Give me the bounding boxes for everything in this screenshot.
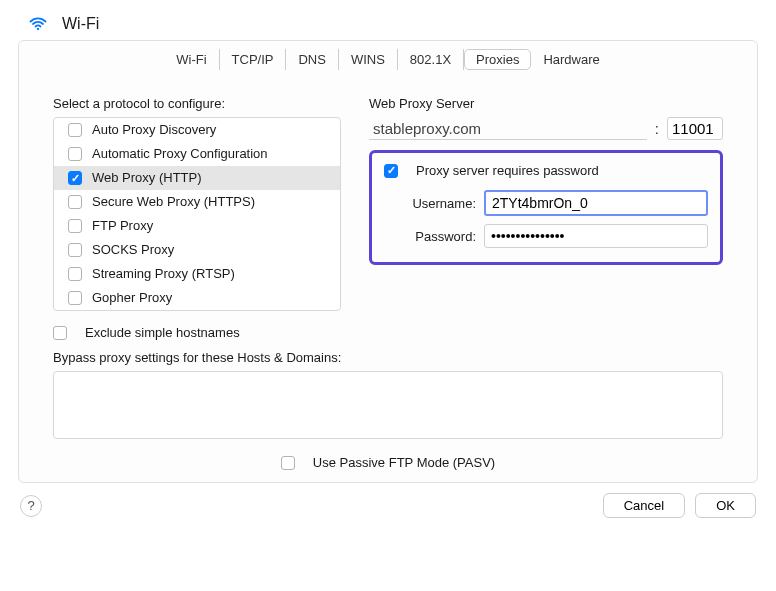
tab-proxies[interactable]: Proxies — [464, 49, 531, 70]
ok-button[interactable]: OK — [695, 493, 756, 518]
exclude-hostnames-label: Exclude simple hostnames — [85, 325, 240, 340]
checkbox-icon[interactable] — [68, 267, 82, 281]
checkbox-icon[interactable] — [281, 456, 295, 470]
checkbox-icon[interactable] — [68, 123, 82, 137]
exclude-hostnames-row[interactable]: Exclude simple hostnames — [53, 325, 723, 340]
protocol-item-socks-proxy[interactable]: SOCKS Proxy — [54, 238, 340, 262]
protocol-item-secure-web-proxy[interactable]: Secure Web Proxy (HTTPS) — [54, 190, 340, 214]
footer: ? Cancel OK — [0, 483, 776, 528]
help-button[interactable]: ? — [20, 495, 42, 517]
protocol-item-streaming-proxy[interactable]: Streaming Proxy (RTSP) — [54, 262, 340, 286]
checkbox-icon[interactable] — [68, 243, 82, 257]
protocol-item-gopher-proxy[interactable]: Gopher Proxy — [54, 286, 340, 310]
protocol-list-label: Select a protocol to configure: — [53, 96, 341, 111]
protocol-item-label: Secure Web Proxy (HTTPS) — [92, 193, 255, 211]
protocol-column: Select a protocol to configure: Auto Pro… — [53, 96, 341, 311]
protocol-item-label: Web Proxy (HTTP) — [92, 169, 202, 187]
checkbox-icon[interactable] — [68, 171, 82, 185]
password-row: Password: — [400, 224, 708, 248]
tab-bar: Wi-Fi TCP/IP DNS WINS 802.1X Proxies Har… — [19, 41, 757, 76]
page-title: Wi-Fi — [62, 15, 99, 33]
protocol-item-auto-config[interactable]: Automatic Proxy Configuration — [54, 142, 340, 166]
window-header: Wi-Fi — [0, 0, 776, 40]
server-label: Web Proxy Server — [369, 96, 723, 111]
checkbox-icon[interactable] — [68, 147, 82, 161]
tab-8021x[interactable]: 802.1X — [398, 49, 464, 70]
settings-panel: Wi-Fi TCP/IP DNS WINS 802.1X Proxies Har… — [18, 40, 758, 483]
protocol-item-label: Auto Proxy Discovery — [92, 121, 216, 139]
checkbox-icon[interactable] — [53, 326, 67, 340]
proxy-port-input[interactable] — [667, 117, 723, 140]
pasv-row[interactable]: Use Passive FTP Mode (PASV) — [19, 439, 757, 482]
username-label: Username: — [400, 196, 476, 211]
wifi-icon — [28, 14, 48, 34]
bypass-textarea[interactable] — [53, 371, 723, 439]
protocol-item-auto-discovery[interactable]: Auto Proxy Discovery — [54, 118, 340, 142]
protocol-item-label: FTP Proxy — [92, 217, 153, 235]
cancel-button[interactable]: Cancel — [603, 493, 685, 518]
tab-wifi[interactable]: Wi-Fi — [164, 49, 219, 70]
protocol-item-label: Gopher Proxy — [92, 289, 172, 307]
protocol-list[interactable]: Auto Proxy Discovery Automatic Proxy Con… — [53, 117, 341, 311]
checkbox-icon[interactable] — [68, 195, 82, 209]
password-input[interactable] — [484, 224, 708, 248]
content-area: Select a protocol to configure: Auto Pro… — [19, 76, 757, 315]
requires-password-label: Proxy server requires password — [416, 163, 599, 178]
lower-area: Exclude simple hostnames Bypass proxy se… — [19, 315, 757, 439]
tab-hardware[interactable]: Hardware — [531, 49, 611, 70]
protocol-item-label: Automatic Proxy Configuration — [92, 145, 268, 163]
server-column: Web Proxy Server : Proxy server requires… — [369, 96, 723, 311]
username-row: Username: — [400, 190, 708, 216]
checkbox-icon[interactable] — [68, 291, 82, 305]
requires-password-row[interactable]: Proxy server requires password — [384, 163, 708, 178]
pasv-label: Use Passive FTP Mode (PASV) — [313, 455, 495, 470]
password-label: Password: — [400, 229, 476, 244]
checkbox-icon[interactable] — [384, 164, 398, 178]
auth-highlight-box: Proxy server requires password Username:… — [369, 150, 723, 265]
server-row: : — [369, 117, 723, 140]
protocol-item-label: Streaming Proxy (RTSP) — [92, 265, 235, 283]
checkbox-icon[interactable] — [68, 219, 82, 233]
protocol-item-label: SOCKS Proxy — [92, 241, 174, 259]
host-port-separator: : — [655, 120, 659, 137]
bypass-label: Bypass proxy settings for these Hosts & … — [53, 350, 723, 365]
tab-tcpip[interactable]: TCP/IP — [220, 49, 287, 70]
wifi-proxy-settings-window: Wi-Fi Wi-Fi TCP/IP DNS WINS 802.1X Proxi… — [0, 0, 776, 591]
username-input[interactable] — [484, 190, 708, 216]
tab-dns[interactable]: DNS — [286, 49, 338, 70]
tab-wins[interactable]: WINS — [339, 49, 398, 70]
svg-point-0 — [37, 28, 39, 30]
protocol-item-ftp-proxy[interactable]: FTP Proxy — [54, 214, 340, 238]
proxy-host-input[interactable] — [369, 118, 647, 140]
protocol-item-web-proxy[interactable]: Web Proxy (HTTP) — [54, 166, 340, 190]
